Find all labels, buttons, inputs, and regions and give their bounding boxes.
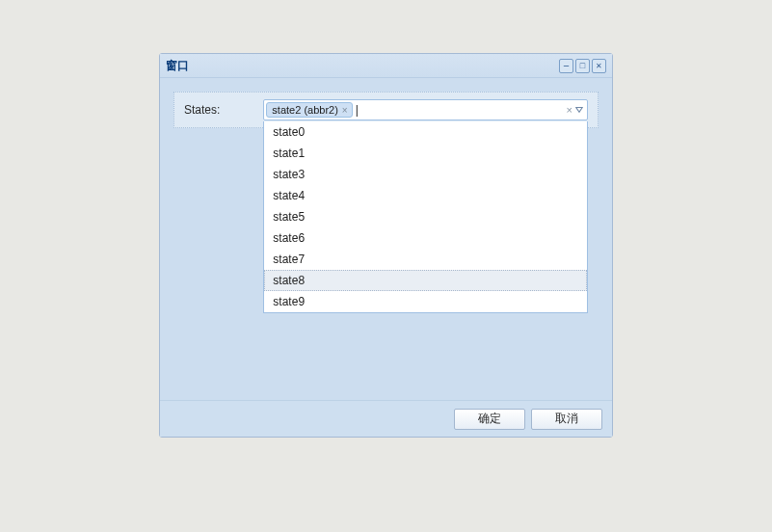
window-title: 窗口 bbox=[166, 58, 189, 74]
titlebar[interactable]: 窗口 bbox=[160, 54, 612, 78]
states-dropdown[interactable]: state0 state1 state3 state4 state5 state… bbox=[263, 121, 588, 313]
clear-icon[interactable]: × bbox=[567, 104, 572, 116]
dialog-window: 窗口 States: state2 (abbr2) × | × bbox=[159, 53, 613, 438]
close-button[interactable] bbox=[592, 59, 606, 73]
list-item[interactable]: state8 bbox=[264, 270, 587, 291]
cancel-button[interactable]: 取消 bbox=[531, 409, 602, 430]
ok-button[interactable]: 确定 bbox=[454, 409, 525, 430]
minimize-button[interactable] bbox=[559, 59, 573, 73]
list-item[interactable]: state0 bbox=[264, 121, 587, 143]
field-triggers: × bbox=[567, 104, 587, 116]
states-input[interactable] bbox=[359, 101, 567, 119]
list-item[interactable]: state5 bbox=[264, 206, 587, 227]
list-item[interactable]: state1 bbox=[264, 143, 587, 164]
states-label: States: bbox=[184, 103, 220, 117]
window-tools bbox=[559, 59, 606, 73]
list-item[interactable]: state9 bbox=[264, 291, 587, 312]
dropdown-trigger-icon[interactable] bbox=[575, 106, 583, 114]
list-item[interactable]: state3 bbox=[264, 164, 587, 185]
tag-remove-icon[interactable]: × bbox=[340, 105, 350, 116]
states-field-row: States: state2 (abbr2) × | × bbox=[173, 92, 599, 128]
list-item[interactable]: state7 bbox=[264, 249, 587, 270]
list-item[interactable]: state4 bbox=[264, 185, 587, 206]
form-body: States: state2 (abbr2) × | × bbox=[160, 78, 612, 388]
states-field-wrap: state2 (abbr2) × | × state0 state1 bbox=[263, 99, 588, 120]
maximize-button[interactable] bbox=[575, 59, 590, 73]
tag-label: state2 (abbr2) bbox=[272, 104, 337, 116]
list-item[interactable]: state6 bbox=[264, 227, 587, 249]
buttonbar: 确定 取消 bbox=[160, 400, 612, 437]
states-tagfield[interactable]: state2 (abbr2) × | × bbox=[263, 99, 588, 120]
tag-state2: state2 (abbr2) × bbox=[266, 102, 352, 118]
